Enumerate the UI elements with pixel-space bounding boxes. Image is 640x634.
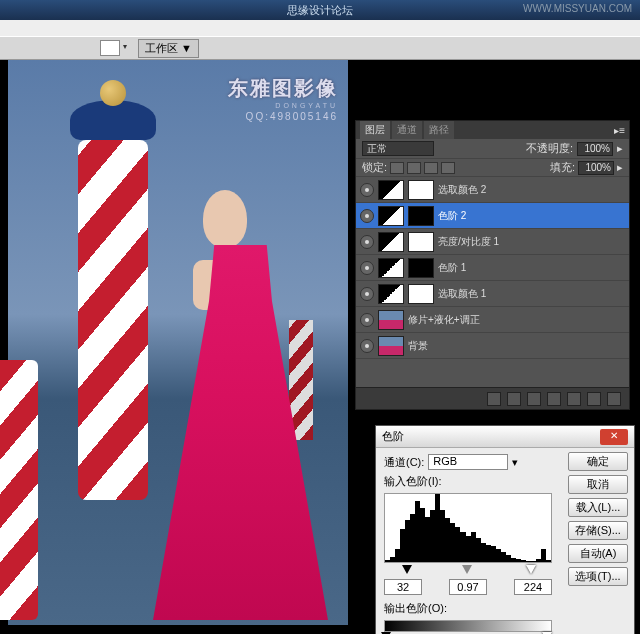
layer-name: 背景 xyxy=(408,339,428,353)
layer-name: 色阶 2 xyxy=(438,209,466,223)
shadows-slider[interactable] xyxy=(402,565,412,574)
fx-icon[interactable] xyxy=(507,392,521,406)
blend-mode-select[interactable]: 正常 xyxy=(362,141,434,156)
adjustment-thumb xyxy=(378,284,404,304)
image-thumb xyxy=(378,310,404,330)
visibility-icon[interactable] xyxy=(360,339,374,353)
channel-select[interactable]: RGB xyxy=(428,454,508,470)
mask-thumb xyxy=(408,258,434,278)
levels-dialog: 色阶 ✕ 通道(C): RGB ▾ 输入色阶(I): 32 0.97 224 xyxy=(375,425,635,634)
visibility-icon[interactable] xyxy=(360,287,374,301)
adjustment-thumb xyxy=(378,258,404,278)
layer-name: 色阶 1 xyxy=(438,261,466,275)
output-gradient xyxy=(384,620,552,632)
document-canvas[interactable]: 东雅图影像 DONGYATU QQ:498005146 xyxy=(8,60,348,625)
layer-row[interactable]: 色阶 1 xyxy=(356,255,629,281)
layer-row[interactable]: 修片+液化+调正 xyxy=(356,307,629,333)
layer-name: 选取颜色 2 xyxy=(438,183,486,197)
options-button[interactable]: 选项(T)... xyxy=(568,567,628,586)
visibility-icon[interactable] xyxy=(360,183,374,197)
save-button[interactable]: 存储(S)... xyxy=(568,521,628,540)
lock-label: 锁定: xyxy=(362,160,387,175)
midtones-slider[interactable] xyxy=(462,565,472,574)
tab-layers[interactable]: 图层 xyxy=(360,121,390,139)
menu-bar xyxy=(0,20,640,36)
dialog-title: 色阶 xyxy=(382,429,404,444)
fill-label: 填充: xyxy=(550,160,575,175)
close-button[interactable]: ✕ xyxy=(600,429,628,445)
cancel-button[interactable]: 取消 xyxy=(568,475,628,494)
photo-pole-left xyxy=(0,360,38,620)
highlights-slider[interactable] xyxy=(526,565,536,574)
layer-name: 修片+液化+调正 xyxy=(408,313,480,327)
site-name: 思缘设计论坛 xyxy=(287,3,353,18)
histogram xyxy=(384,493,552,563)
photo-dress xyxy=(153,245,328,620)
auto-button[interactable]: 自动(A) xyxy=(568,544,628,563)
dropdown-icon: ▼ xyxy=(181,42,192,54)
lock-transparent-icon[interactable] xyxy=(390,162,404,174)
layer-row[interactable]: 选取颜色 1 xyxy=(356,281,629,307)
workspace-label: 工作区 xyxy=(145,41,178,56)
photo-subject xyxy=(153,190,328,620)
image-thumb xyxy=(378,336,404,356)
load-button[interactable]: 载入(L)... xyxy=(568,498,628,517)
lock-pixels-icon[interactable] xyxy=(407,162,421,174)
input-levels-label: 输入色阶(I): xyxy=(384,474,441,489)
group-icon[interactable] xyxy=(567,392,581,406)
mask-icon[interactable] xyxy=(527,392,541,406)
tab-channels[interactable]: 通道 xyxy=(392,121,422,139)
layer-row[interactable]: 选取颜色 2 xyxy=(356,177,629,203)
shadows-input[interactable]: 32 xyxy=(384,579,422,595)
opacity-label: 不透明度: xyxy=(526,141,573,156)
output-levels-label: 输出色阶(O): xyxy=(384,601,447,616)
lock-all-icon[interactable] xyxy=(441,162,455,174)
ok-button[interactable]: 确定 xyxy=(568,452,628,471)
opacity-arrow-icon[interactable]: ▸ xyxy=(617,142,623,155)
highlights-input[interactable]: 224 xyxy=(514,579,552,595)
link-icon[interactable] xyxy=(487,392,501,406)
layers-panel: 图层 通道 路径 ▸≡ 正常 不透明度: 100% ▸ 锁定: 填充: 100%… xyxy=(355,120,630,410)
blend-row: 正常 不透明度: 100% ▸ xyxy=(356,139,629,159)
trash-icon[interactable] xyxy=(607,392,621,406)
new-layer-icon[interactable] xyxy=(587,392,601,406)
opacity-input[interactable]: 100% xyxy=(577,142,613,156)
options-bar: 工作区 ▼ xyxy=(0,36,640,60)
dialog-buttons: 确定 取消 载入(L)... 存储(S)... 自动(A) 选项(T)... xyxy=(568,452,628,586)
site-url: WWW.MISSYUAN.COM xyxy=(523,3,632,14)
mask-thumb xyxy=(408,180,434,200)
midtones-input[interactable]: 0.97 xyxy=(449,579,487,595)
watermark: 东雅图影像 DONGYATU QQ:498005146 xyxy=(228,75,338,122)
tool-preset-icon[interactable] xyxy=(100,40,120,56)
adjustment-icon[interactable] xyxy=(547,392,561,406)
layer-row[interactable]: 亮度/对比度 1 xyxy=(356,229,629,255)
visibility-icon[interactable] xyxy=(360,261,374,275)
adjustment-thumb xyxy=(378,232,404,252)
workspace-button[interactable]: 工作区 ▼ xyxy=(138,39,199,58)
photo-head xyxy=(203,190,247,248)
layer-name: 亮度/对比度 1 xyxy=(438,235,499,249)
channel-label: 通道(C): xyxy=(384,455,424,470)
watermark-qq: QQ:498005146 xyxy=(228,111,338,122)
lock-position-icon[interactable] xyxy=(424,162,438,174)
visibility-icon[interactable] xyxy=(360,209,374,223)
dialog-body: 通道(C): RGB ▾ 输入色阶(I): 32 0.97 224 输出色阶(O… xyxy=(376,448,634,634)
layer-row[interactable]: 背景 xyxy=(356,333,629,359)
fill-input[interactable]: 100% xyxy=(578,161,614,175)
watermark-main: 东雅图影像 xyxy=(228,75,338,102)
tab-paths[interactable]: 路径 xyxy=(424,121,454,139)
fill-arrow-icon[interactable]: ▸ xyxy=(617,161,623,174)
layer-row[interactable]: 色阶 2 xyxy=(356,203,629,229)
mask-thumb xyxy=(408,232,434,252)
layer-name: 选取颜色 1 xyxy=(438,287,486,301)
layer-list: 选取颜色 2 色阶 2 亮度/对比度 1 色阶 1 选取颜色 1 修片+液化+调… xyxy=(356,177,629,387)
visibility-icon[interactable] xyxy=(360,313,374,327)
input-slider-track[interactable] xyxy=(384,565,552,577)
lock-row: 锁定: 填充: 100% ▸ xyxy=(356,159,629,177)
visibility-icon[interactable] xyxy=(360,235,374,249)
channel-arrow-icon[interactable]: ▾ xyxy=(512,456,518,469)
adjustment-thumb xyxy=(378,180,404,200)
window-titlebar: 思缘设计论坛 WWW.MISSYUAN.COM xyxy=(0,0,640,20)
panel-menu-icon[interactable]: ▸≡ xyxy=(614,125,625,136)
dialog-titlebar[interactable]: 色阶 ✕ xyxy=(376,426,634,448)
